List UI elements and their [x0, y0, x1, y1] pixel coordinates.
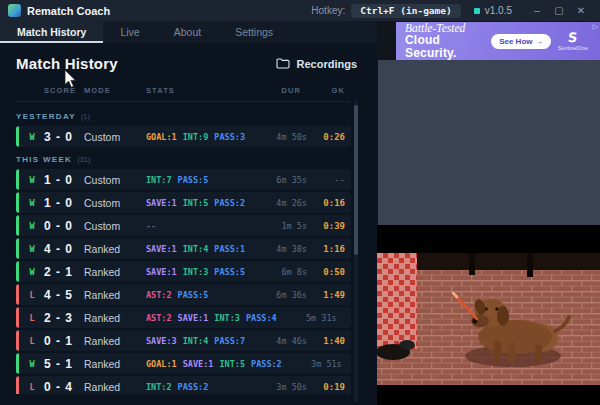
match-score: 5 - 1 — [44, 357, 84, 371]
stat-int: INT:2 — [146, 382, 172, 392]
scrollbar-thumb[interactable] — [354, 105, 358, 255]
section-header-this-week: THIS WEEK(31) — [16, 155, 351, 164]
tab-live[interactable]: Live — [103, 21, 156, 43]
stat-save: SAVE:1 — [183, 359, 214, 369]
match-mode: Ranked — [84, 312, 146, 324]
match-gk-time: -- — [307, 175, 351, 185]
stat-goal: GOAL:1 — [146, 132, 177, 142]
column-mode: MODE — [84, 86, 146, 95]
tab-about[interactable]: About — [157, 21, 218, 43]
video-player[interactable] — [377, 225, 600, 405]
app-logo-icon — [8, 4, 21, 17]
stat-pass: PASS:7 — [214, 336, 245, 346]
match-row[interactable]: W2 - 1RankedSAVE:1INT:3PASS:56m 8s0:50 — [16, 261, 351, 282]
result-bar — [16, 307, 19, 328]
match-duration: 4m 50s — [253, 132, 307, 142]
stat-pass: PASS:5 — [214, 267, 245, 277]
column-score: SCORE — [44, 86, 84, 95]
ad-banner[interactable]: Battle-Tested Cloud Security. See How → … — [396, 22, 600, 60]
result-bar — [16, 353, 19, 374]
match-gk-time: 0:51 — [337, 313, 351, 323]
close-button[interactable]: ✕ — [570, 5, 592, 16]
stat-pass: PASS:5 — [178, 175, 209, 185]
stat-pass: PASS:5 — [178, 290, 209, 300]
section-header-yesterday: YESTERDAY(1) — [16, 112, 351, 121]
ad-cta-button[interactable]: See How → — [491, 34, 551, 49]
match-row[interactable]: L2 - 3RankedAST:2SAVE:1INT:3PASS:45m 31s… — [16, 307, 351, 328]
match-row[interactable]: W3 - 0CustomGOAL:1INT:9PASS:34m 50s0:26 — [16, 126, 351, 147]
stat-int: INT:3 — [214, 313, 240, 323]
match-list: YESTERDAY(1)W3 - 0CustomGOAL:1INT:9PASS:… — [16, 104, 351, 394]
match-duration: 3m 51s — [288, 359, 342, 369]
match-mode: Ranked — [84, 358, 146, 370]
window-controls: – ▢ ✕ — [526, 5, 592, 16]
match-score: 4 - 0 — [44, 242, 84, 256]
maximize-button[interactable]: ▢ — [548, 5, 570, 16]
match-duration: 6m 35s — [253, 175, 307, 185]
match-duration: 5m 31s — [283, 313, 337, 323]
stat-save: SAVE:1 — [146, 267, 177, 277]
recordings-label: Recordings — [296, 58, 357, 70]
stat-pass: PASS:4 — [246, 313, 277, 323]
match-mode: Ranked — [84, 289, 146, 301]
stat-save: SAVE:1 — [178, 313, 209, 323]
match-duration: 6m 36s — [253, 290, 307, 300]
tab-settings[interactable]: Settings — [218, 21, 290, 43]
stat-pass: PASS:1 — [214, 244, 245, 254]
tab-match-history[interactable]: Match History — [0, 21, 103, 43]
result-letter: W — [20, 244, 44, 254]
stat-ast: AST:2 — [146, 313, 172, 323]
match-row[interactable]: W0 - 0Custom--1m 5s0:39 — [16, 215, 351, 236]
column-gk: GK — [307, 86, 351, 95]
minimize-button[interactable]: – — [526, 5, 548, 16]
empty-panel — [378, 60, 600, 225]
stat-int: INT:5 — [183, 198, 209, 208]
match-score: 0 - 4 — [44, 380, 84, 394]
stat-pass: PASS:2 — [178, 382, 209, 392]
stat-pass: PASS:3 — [214, 132, 245, 142]
match-gk-time: 1:49 — [307, 290, 351, 300]
recordings-button[interactable]: Recordings — [272, 56, 361, 72]
stat-goal: GOAL:1 — [146, 359, 177, 369]
stat-pass: PASS:2 — [214, 198, 245, 208]
page-title: Match History — [16, 55, 118, 72]
match-row[interactable]: L0 - 1RankedSAVE:3INT:4PASS:74m 46s1:40 — [16, 330, 351, 351]
result-bar — [16, 169, 19, 190]
result-letter: W — [20, 198, 44, 208]
sentinelone-logo-icon: S — [567, 31, 578, 44]
match-mode: Custom — [84, 220, 146, 232]
result-letter: W — [20, 132, 44, 142]
result-letter: W — [20, 221, 44, 231]
app-title: Rematch Coach — [27, 5, 110, 17]
section-count: (31) — [77, 155, 90, 164]
match-gk-time: 1:19 — [342, 359, 351, 369]
match-row[interactable]: W4 - 0RankedSAVE:1INT:4PASS:14m 38s1:16 — [16, 238, 351, 259]
match-mode: Custom — [84, 174, 146, 186]
match-row[interactable]: W1 - 0CustomSAVE:1INT:5PASS:24m 26s0:16 — [16, 192, 351, 213]
stat-save: SAVE:3 — [146, 336, 177, 346]
ad-brand-name: SentinelOne — [558, 45, 588, 51]
stat-ast: AST:2 — [146, 290, 172, 300]
match-stats: -- — [146, 221, 253, 231]
match-row[interactable]: L4 - 5RankedAST:2PASS:56m 36s1:49 — [16, 284, 351, 305]
adchoices-icon[interactable]: ▷ — [593, 23, 598, 30]
match-duration: 3m 50s — [253, 382, 307, 392]
result-letter: W — [20, 175, 44, 185]
match-stats: SAVE:1INT:3PASS:5 — [146, 267, 253, 277]
match-score: 1 - 0 — [44, 196, 84, 210]
match-stats: SAVE:3INT:4PASS:7 — [146, 336, 253, 346]
column-dur: DUR — [253, 86, 307, 95]
video-frame-dog-scene — [377, 225, 600, 405]
hotkey-label: Hotkey: — [311, 5, 345, 16]
ad-brand: S SentinelOne — [558, 31, 588, 51]
match-duration: 4m 46s — [253, 336, 307, 346]
match-row[interactable]: W5 - 1RankedGOAL:1SAVE:1INT:5PASS:23m 51… — [16, 353, 351, 374]
match-row[interactable]: W1 - 0CustomINT:7PASS:56m 35s-- — [16, 169, 351, 190]
result-bar — [16, 192, 19, 213]
stat-int: INT:4 — [183, 244, 209, 254]
match-row[interactable]: L0 - 4RankedINT:2PASS:23m 50s0:19 — [16, 376, 351, 394]
result-letter: W — [20, 267, 44, 277]
scrollbar-track[interactable] — [354, 100, 358, 402]
match-stats: SAVE:1INT:5PASS:2 — [146, 198, 253, 208]
result-letter: W — [20, 359, 44, 369]
